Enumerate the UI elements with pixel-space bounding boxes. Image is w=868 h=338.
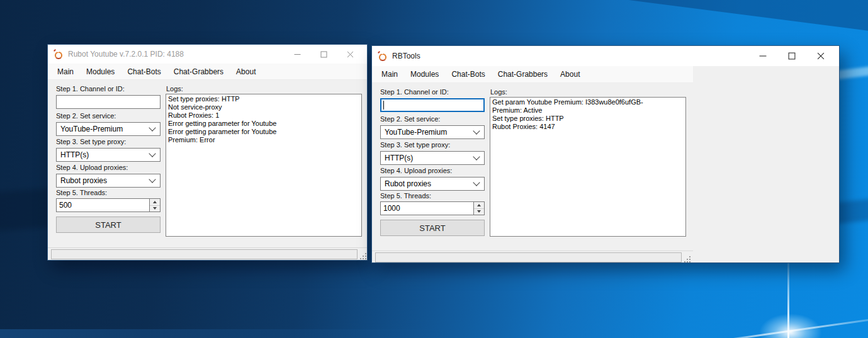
service-select-value: YouTube-Premium: [385, 128, 474, 137]
close-button[interactable]: [806, 46, 835, 66]
threads-label: Step 5. Threads:: [380, 192, 431, 200]
threads-stepper[interactable]: 1000: [380, 201, 485, 215]
stepper-buttons: [473, 202, 484, 215]
stepper-buttons: [149, 199, 160, 211]
service-label: Step 2. Set service:: [380, 115, 440, 123]
wallpaper-beam: [604, 0, 868, 38]
chevron-down-icon: [149, 124, 155, 131]
threads-value: 500: [57, 199, 149, 211]
upload-proxies-select-value: Rubot proxies: [385, 179, 474, 188]
maximize-icon: [788, 52, 796, 60]
menu-item-chat-bots[interactable]: Chat-Bots: [121, 67, 167, 76]
log-line: Set type proxies: HTTP: [492, 115, 684, 123]
app-logo-icon: [54, 50, 63, 59]
spin-down-button[interactable]: [474, 208, 484, 215]
log-line: Get param Youtube Premium: I383wu8e0f6uf…: [492, 98, 684, 106]
logs-box[interactable]: Get param Youtube Premium: I383wu8e0f6uf…: [490, 97, 686, 237]
app-logo-icon: [378, 52, 387, 61]
logs-box[interactable]: Set type proxies: HTTPNot service-proxyR…: [166, 94, 362, 237]
upload-proxies-select[interactable]: Rubot proxies: [56, 174, 161, 188]
minimize-button[interactable]: [284, 45, 310, 64]
log-line: Error getting parameter for Youtube: [168, 120, 359, 128]
wallpaper-glow: [759, 313, 822, 338]
menu-item-modules[interactable]: Modules: [404, 70, 445, 79]
maximize-button[interactable]: [777, 46, 806, 66]
log-line: Set type proxies: HTTP: [168, 95, 359, 103]
logs-label: Logs:: [490, 88, 507, 96]
close-button[interactable]: [337, 45, 363, 64]
log-line: Rubot Proxies: 4147: [492, 123, 684, 131]
spin-up-button[interactable]: [474, 202, 484, 208]
spin-down-icon: [153, 207, 157, 210]
maximize-icon: [320, 51, 327, 58]
service-label: Step 2. Set service:: [56, 112, 116, 120]
start-button[interactable]: START: [56, 217, 161, 233]
titlebar[interactable]: Rubot Youtube v.7.2.0.1 PID: 4188: [48, 45, 367, 64]
spin-up-button[interactable]: [150, 199, 160, 205]
service-select-value: YouTube-Premium: [60, 125, 150, 133]
proxy-type-select-value: HTTP(s): [385, 154, 474, 162]
menu-item-main[interactable]: Main: [51, 67, 80, 76]
caption-buttons: [748, 46, 839, 66]
channel-id-input[interactable]: [56, 95, 161, 109]
minimize-icon: [759, 52, 767, 60]
status-divider: [372, 251, 693, 251]
close-icon: [817, 52, 825, 60]
log-line: Rubot Proxies: 1: [168, 111, 359, 120]
resize-grip-icon: [359, 252, 367, 260]
channel-id-label: Step 1. Channel or ID:: [380, 88, 449, 96]
minimize-icon: [294, 51, 301, 58]
proxy-type-select[interactable]: HTTP(s): [380, 151, 485, 165]
log-line: Premium: Error: [168, 136, 359, 144]
upload-proxies-label: Step 4. Upload proxies:: [380, 167, 452, 174]
log-line: Error getting parameter for Youtube: [168, 128, 359, 136]
form-content: Step 1. Channel or ID: Step 2. Set servi…: [372, 83, 839, 262]
window-rbtools: RBTools Main Modules Chat-Bots Chat-Grab…: [371, 45, 840, 263]
close-icon: [347, 51, 354, 58]
service-select[interactable]: YouTube-Premium: [380, 125, 485, 139]
upload-proxies-select[interactable]: Rubot proxies: [380, 177, 485, 191]
titlebar[interactable]: RBTools: [372, 46, 839, 66]
window-rubot-youtube: Rubot Youtube v.7.2.0.1 PID: 4188 Main M…: [47, 44, 368, 261]
resize-grip-icon: [684, 256, 691, 262]
caption-buttons: [284, 45, 367, 64]
resize-grip[interactable]: [684, 254, 691, 262]
proxy-type-select[interactable]: HTTP(s): [56, 148, 161, 162]
spin-down-icon: [477, 210, 481, 213]
menu-item-chat-bots[interactable]: Chat-Bots: [445, 70, 491, 79]
text-caret: [383, 101, 384, 110]
chevron-down-icon: [149, 150, 155, 157]
minimize-button[interactable]: [748, 46, 777, 66]
status-divider: [48, 247, 367, 248]
menu-item-about[interactable]: About: [230, 67, 262, 76]
start-button[interactable]: START: [380, 220, 485, 236]
spin-down-button[interactable]: [150, 205, 160, 212]
chevron-down-icon: [473, 127, 480, 134]
log-line: Premium: Active: [492, 106, 684, 115]
form-content: Step 1. Channel or ID: Step 2. Set servi…: [48, 80, 367, 260]
channel-id-input[interactable]: [380, 98, 485, 112]
menu-item-modules[interactable]: Modules: [80, 67, 121, 76]
threads-stepper[interactable]: 500: [56, 198, 161, 212]
upload-proxies-label: Step 4. Upload proxies:: [56, 164, 128, 171]
spin-up-icon: [153, 201, 157, 203]
upload-proxies-select-value: Rubot proxies: [60, 176, 150, 185]
chevron-down-icon: [473, 153, 480, 160]
wallpaper-light-ray: [680, 317, 868, 338]
wallpaper-light-line: [787, 259, 789, 338]
menu-item-chat-grabbers[interactable]: Chat-Grabbers: [492, 70, 554, 79]
menu-item-chat-grabbers[interactable]: Chat-Grabbers: [167, 67, 230, 76]
menu-bar: Main Modules Chat-Bots Chat-Grabbers Abo…: [48, 64, 367, 80]
maximize-button[interactable]: [310, 45, 337, 64]
menu-item-main[interactable]: Main: [375, 70, 404, 79]
channel-id-label: Step 1. Channel or ID:: [56, 85, 125, 93]
window-title: RBTools: [392, 52, 748, 60]
logs-label: Logs:: [166, 85, 183, 93]
menu-item-about[interactable]: About: [554, 70, 586, 79]
menu-bar: Main Modules Chat-Bots Chat-Grabbers Abo…: [372, 66, 693, 83]
service-select[interactable]: YouTube-Premium: [56, 122, 161, 136]
threads-value: 1000: [381, 202, 473, 215]
desktop: Rubot Youtube v.7.2.0.1 PID: 4188 Main M…: [0, 0, 868, 338]
resize-grip[interactable]: [359, 251, 367, 259]
progress-bar: [51, 249, 358, 259]
